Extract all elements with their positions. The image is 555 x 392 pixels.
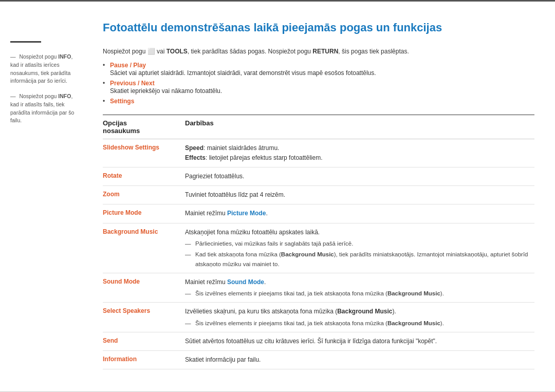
option-bg-music: Background Music — [103, 228, 185, 235]
prev-next-title: Previous / Next — [110, 80, 155, 87]
table-row: Rotate Pagrieziet fotoattēlus. — [103, 167, 534, 186]
table-row: Information Skatiet informāciju par fail… — [103, 351, 534, 369]
col-action-header: Darbības — [185, 119, 534, 135]
option-picture-mode: Picture Mode — [103, 209, 185, 216]
sidebar-note-2: — Nospiežot pogu INFO, kad ir atlasīts f… — [10, 92, 82, 125]
action-select-speakers: Izvēlieties skaļruni, pa kuru tiks atska… — [185, 307, 534, 328]
sidebar-accent — [10, 41, 41, 43]
action-zoom: Tuviniet fotoattēlus līdz pat 4 reizēm. — [185, 190, 534, 200]
action-sound-mode: Mainiet režīmu Sound Mode. Šis izvēlnes … — [185, 277, 534, 298]
intro-text: Nospiežot pogu ⬜ vai TOOLS, tiek parādīt… — [103, 48, 534, 55]
pause-play-title: Pause / Play — [110, 62, 146, 69]
list-item-prev-next: Previous / Next Skatiet iepriekšējo vai … — [103, 78, 534, 96]
table-row: Picture Mode Mainiet režīmu Picture Mode… — [103, 204, 534, 223]
col-option-header: Opcijasnosaukums — [103, 119, 185, 135]
table-row: Select Speakers Izvēlieties skaļruni, pa… — [103, 303, 534, 332]
sidebar-note-1: — Nospiežot pogu INFO, kad ir atlasīts i… — [10, 53, 82, 85]
option-send: Send — [103, 337, 185, 344]
table-header: Opcijasnosaukums Darbības — [103, 115, 534, 139]
option-information: Information — [103, 355, 185, 363]
action-slideshow: Speed: mainiet slaidrādes ātrumu. Effect… — [185, 143, 534, 163]
list-item-pause-play: Pause / Play Sāciet vai apturiet slaidrā… — [103, 60, 534, 78]
table-row: Background Music Atskaņojiet fona mūziku… — [103, 223, 534, 273]
table-row: Sound Mode Mainiet režīmu Sound Mode. Ši… — [103, 273, 534, 303]
action-bg-music: Atskaņojiet fona mūziku fotoattēlu apska… — [185, 228, 534, 269]
option-sound-mode: Sound Mode — [103, 277, 185, 285]
action-rotate: Pagrieziet fotoattēlus. — [185, 172, 534, 181]
option-rotate: Rotate — [103, 172, 185, 179]
table-row: Send Sūtiet atvērtos fotoattēlus uz citu… — [103, 332, 534, 351]
page-title: Fotoattēlu demonstrēšanas laikā pieejamā… — [103, 21, 534, 35]
action-send: Sūtiet atvērtos fotoattēlus uz citu krāt… — [185, 337, 534, 346]
option-select-speakers: Select Speakers — [103, 307, 185, 314]
table-row: Slideshow Settings Speed: mainiet slaidr… — [103, 139, 534, 167]
main-content: Fotoattēlu demonstrēšanas laikā pieejamā… — [92, 0, 555, 392]
option-slideshow: Slideshow Settings — [103, 143, 185, 151]
pause-play-desc: Sāciet vai apturiet slaidrādi. Izmantojo… — [110, 69, 534, 77]
action-information: Skatiet informāciju par failu. — [185, 355, 534, 365]
option-zoom: Zoom — [103, 190, 185, 198]
feature-list: Pause / Play Sāciet vai apturiet slaidrā… — [103, 60, 534, 106]
table-row: Zoom Tuviniet fotoattēlus līdz pat 4 rei… — [103, 186, 534, 204]
list-item-settings: Settings — [103, 96, 534, 106]
prev-next-desc: Skatiet iepriekšējo vai nākamo fotoattēl… — [110, 87, 534, 95]
settings-title: Settings — [110, 98, 134, 105]
action-picture-mode: Mainiet režīmu Picture Mode. — [185, 209, 534, 218]
sidebar: — Nospiežot pogu INFO, kad ir atlasīts i… — [0, 0, 92, 392]
